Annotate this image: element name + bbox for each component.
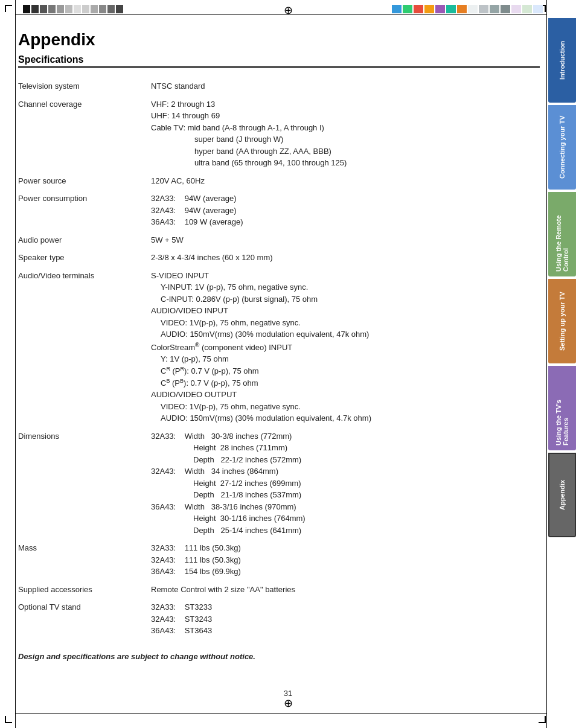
deco-bar-left [23, 5, 123, 13]
spec-value-audio-power: 5W + 5W [151, 231, 540, 249]
page-title: Appendix [18, 30, 540, 49]
spec-value-power-source: 120V AC, 60Hz [151, 172, 540, 190]
spec-label-tv-stand: Optional TV stand [18, 598, 151, 640]
design-notice: Design and specifications are subject to… [18, 652, 540, 661]
spec-label-audio-power: Audio power [18, 231, 151, 249]
reg-mark-top: ⊕ [284, 4, 293, 17]
spec-value-accessories: Remote Control with 2 size "AA" batterie… [151, 581, 540, 599]
left-border [15, 0, 16, 728]
spec-label-channel: Channel coverage [18, 95, 151, 172]
reg-mark-bottom: ⊕ [284, 697, 293, 710]
spec-label-mass: Mass [18, 539, 151, 581]
deco-bar-right [392, 5, 543, 13]
sidebar: Introduction Connecting your TV Using th… [548, 0, 576, 728]
spec-label-tv-system: Television system [18, 77, 151, 95]
corner-bl [5, 716, 12, 723]
spec-value-dimensions: 32A33: Width 30-3/8 inches (772mm) Heigh… [151, 427, 540, 540]
spec-value-av-terminals: S-VIDEO INPUT Y-INPUT: 1V (p-p), 75 ohm,… [151, 267, 540, 427]
spec-row-av-terminals: Audio/Video terminals S-VIDEO INPUT Y-IN… [18, 267, 540, 427]
spec-value-tv-stand: 32A33: ST3233 32A43: ST3243 36A43: ST364… [151, 598, 540, 640]
sidebar-tab-introduction[interactable]: Introduction [548, 18, 576, 103]
spec-row-power-source: Power source 120V AC, 60Hz [18, 172, 540, 190]
spec-label-power-source: Power source [18, 172, 151, 190]
spec-row-channel: Channel coverage VHF: 2 through 13 UHF: … [18, 95, 540, 172]
spec-label-av-terminals: Audio/Video terminals [18, 267, 151, 427]
section-title: Specifications [18, 54, 540, 68]
main-content: Appendix Specifications Television syste… [18, 30, 540, 697]
spec-row-accessories: Supplied accessories Remote Control with… [18, 581, 540, 599]
spec-row-tv-system: Television system NTSC standard [18, 77, 540, 95]
spec-label-speaker: Speaker type [18, 249, 151, 267]
spec-label-dimensions: Dimensions [18, 427, 151, 540]
spec-label-power-consumption: Power consumption [18, 190, 151, 231]
spec-row-speaker: Speaker type 2-3/8 x 4-3/4 inches (60 x … [18, 249, 540, 267]
sidebar-tab-connecting[interactable]: Connecting your TV [548, 105, 576, 190]
top-border [15, 14, 547, 15]
spec-value-channel: VHF: 2 through 13 UHF: 14 through 69 Cab… [151, 95, 540, 172]
sidebar-tab-appendix[interactable]: Appendix [548, 453, 576, 537]
spec-value-power-consumption: 32A33: 94W (average) 32A43: 94W (average… [151, 190, 540, 231]
corner-br [539, 716, 546, 723]
sidebar-tab-setting[interactable]: Setting up your TV [548, 279, 576, 363]
spec-row-dimensions: Dimensions 32A33: Width 30-3/8 inches (7… [18, 427, 540, 540]
spec-table: Television system NTSC standard Channel … [18, 77, 540, 640]
right-border [546, 0, 547, 728]
corner-tl [5, 5, 12, 12]
spec-value-mass: 32A33: 111 lbs (50.3kg) 32A43: 111 lbs (… [151, 539, 540, 581]
sidebar-tab-remote[interactable]: Using the Remote Control [548, 192, 576, 276]
spec-value-speaker: 2-3/8 x 4-3/4 inches (60 x 120 mm) [151, 249, 540, 267]
bottom-border [15, 713, 547, 714]
spec-row-mass: Mass 32A33: 111 lbs (50.3kg) 32A43: 111 … [18, 539, 540, 581]
spec-row-tv-stand: Optional TV stand 32A33: ST3233 32A43: S… [18, 598, 540, 640]
sidebar-tab-features[interactable]: Using the TV's Features [548, 366, 576, 450]
spec-value-tv-system: NTSC standard [151, 77, 540, 95]
spec-row-power-consumption: Power consumption 32A33: 94W (average) 3… [18, 190, 540, 231]
spec-label-accessories: Supplied accessories [18, 581, 151, 599]
spec-row-audio-power: Audio power 5W + 5W [18, 231, 540, 249]
